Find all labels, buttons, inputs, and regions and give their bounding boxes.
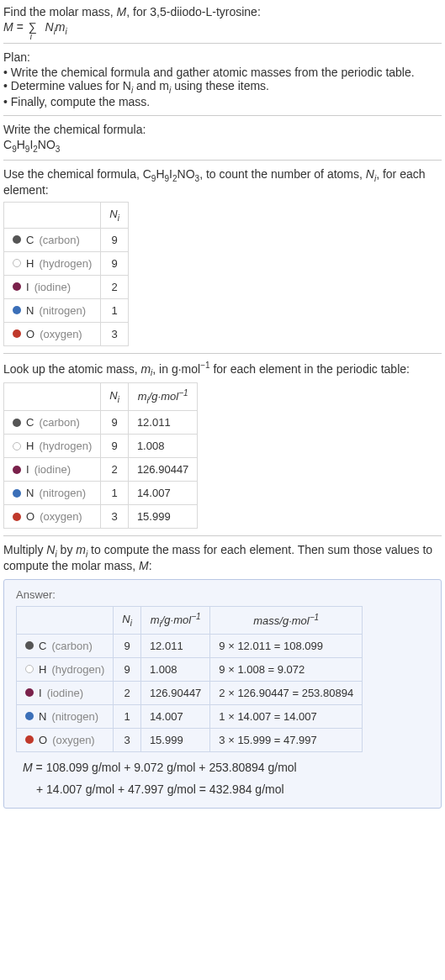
elem-cell: I(iodine) <box>17 681 114 704</box>
elem-cell: H(hydrogen) <box>4 435 101 458</box>
mass-val: 9 × 1.008 = 9.072 <box>210 657 363 681</box>
hdr-Ni: Ni <box>114 606 141 634</box>
elem-name: (oxygen) <box>40 510 82 523</box>
m-val: 15.999 <box>140 728 209 751</box>
table-row: O(oxygen)315.999 <box>4 505 198 529</box>
elem-name: (iodine) <box>34 281 71 293</box>
table-row: H(hydrogen)9 <box>4 251 129 275</box>
ans-M: M <box>23 761 33 774</box>
s4-pre: Multiply <box>3 543 46 556</box>
hdr-blank <box>4 203 101 229</box>
ah-Ni-s: i <box>130 619 132 628</box>
m-val: 12.011 <box>128 411 197 435</box>
mass-val: 9 × 12.011 = 108.099 <box>210 634 363 657</box>
table-row: O(oxygen)315.9993 × 15.999 = 47.997 <box>17 728 363 751</box>
table-row: I(iodine)2 <box>4 275 129 298</box>
elem-name: (iodine) <box>34 463 71 476</box>
s2-f-c: C <box>143 167 151 181</box>
elem-cell: H(hydrogen) <box>4 251 101 275</box>
elem-cell: N(nitrogen) <box>17 704 114 728</box>
iodine-dot-icon <box>13 466 21 474</box>
elem-name: (oxygen) <box>52 734 95 746</box>
molar-mass-formula: M = ∑i Nimi <box>3 20 442 36</box>
elem-sym: I <box>26 463 29 476</box>
elem-sym: O <box>39 734 47 746</box>
s4-mid: by <box>57 543 77 556</box>
elem-name: (hydrogen) <box>51 663 104 676</box>
ah-mass-sup: −1 <box>310 613 319 622</box>
n-val: 2 <box>101 275 129 298</box>
elem-name: (hydrogen) <box>39 257 92 270</box>
hdr-mi: mi/g·mol−1 <box>140 606 209 634</box>
m-val: 15.999 <box>128 505 197 529</box>
n-val: 3 <box>114 728 141 751</box>
elem-sym: N <box>39 710 46 723</box>
n-val: 9 <box>101 251 129 275</box>
divider <box>3 115 442 116</box>
elem-sym: H <box>39 663 46 676</box>
n-val: 9 <box>101 228 129 251</box>
step3-text: Look up the atomic mass, mi, in g·mol−1 … <box>3 361 442 377</box>
s2-Ni: N <box>366 167 374 181</box>
n-val: 9 <box>101 435 129 458</box>
elem-name: (carbon) <box>51 640 92 652</box>
elem-sym: I <box>26 281 29 293</box>
s3-sup: −1 <box>200 361 209 370</box>
carbon-dot-icon <box>13 419 21 427</box>
elem-cell: N(nitrogen) <box>4 482 101 505</box>
table-row: I(iodine)2126.904472 × 126.90447 = 253.8… <box>17 681 363 704</box>
s2-f-h: H <box>156 167 164 181</box>
ah-mi-u: /g·mol <box>162 614 191 626</box>
hdr-blank <box>4 383 101 411</box>
h-mi-t: m <box>138 391 147 403</box>
hydrogen-dot-icon <box>13 259 21 267</box>
plan: Plan: • Write the chemical formula and g… <box>3 50 442 108</box>
elem-cell: O(oxygen) <box>4 505 101 529</box>
m-val: 14.007 <box>128 482 197 505</box>
s2-f-no: NO <box>177 167 195 181</box>
plan-item-2c: using these items. <box>171 79 269 92</box>
n-val: 1 <box>114 704 141 728</box>
m-val: 12.011 <box>140 634 209 657</box>
s2-pre: Use the chemical formula, <box>3 167 143 181</box>
oxygen-dot-icon <box>25 735 34 744</box>
plan-item-2a: • Determine values for N <box>3 79 131 92</box>
nitrogen-dot-icon <box>13 306 21 314</box>
answer-sum-line2: + 14.007 g/mol + 47.997 g/mol = 432.984 … <box>16 782 429 796</box>
elem-sym: C <box>39 640 46 652</box>
formula-N: N <box>39 20 54 34</box>
elem-name: (carbon) <box>39 416 79 429</box>
carbon-dot-icon <box>25 641 34 650</box>
elem-cell: I(iodine) <box>4 458 101 482</box>
elem-name: (oxygen) <box>40 328 82 340</box>
elem-sym: O <box>26 328 34 340</box>
table-row: C(carbon)912.011 <box>4 411 198 435</box>
divider <box>3 160 442 161</box>
hydrogen-dot-icon <box>25 665 34 673</box>
plan-item-2b: and m <box>133 79 169 92</box>
intro-text-b: , for 3,5-diiodo-L-tyrosine: <box>126 5 261 18</box>
plan-title: Plan: <box>3 50 442 64</box>
elem-cell: C(carbon) <box>17 634 114 657</box>
elem-sym: C <box>26 416 34 429</box>
oxygen-dot-icon <box>13 513 21 521</box>
elem-sym: H <box>26 440 34 452</box>
step-multiply: Multiply Ni by mi to compute the mass fo… <box>3 543 442 572</box>
n-val: 2 <box>114 681 141 704</box>
step-chemical-formula: Write the chemical formula: C9H9I2NO3 <box>3 123 442 154</box>
elem-cell: C(carbon) <box>4 411 101 435</box>
hdr-Ni-s: i <box>118 213 119 223</box>
elem-sym: N <box>26 487 34 499</box>
nitrogen-dot-icon <box>25 712 34 720</box>
m-val: 1.008 <box>140 657 209 681</box>
n-val: 9 <box>114 657 141 681</box>
elem-sym: N <box>26 304 34 317</box>
s3-pre: Look up the atomic mass, <box>3 361 140 375</box>
formula-lhs: M = <box>3 20 27 34</box>
nitrogen-dot-icon <box>13 489 21 498</box>
table-header-row: Ni mi/g·mol−1 <box>4 383 198 411</box>
hdr-mi: mi/g·mol−1 <box>128 383 197 411</box>
elem-cell: H(hydrogen) <box>17 657 114 681</box>
step-atomic-mass: Look up the atomic mass, mi, in g·mol−1 … <box>3 361 442 529</box>
ah-mi-sup: −1 <box>191 612 200 621</box>
